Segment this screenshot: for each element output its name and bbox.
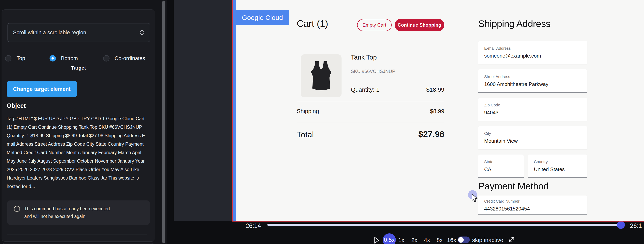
radio-top-circle[interactable] [5,55,12,61]
empty-cart-button[interactable]: Empty Cart [357,19,392,31]
timeline-knob[interactable] [617,222,625,229]
tank-top-image [306,59,336,92]
command-type-select[interactable]: Scroll within a scrollable region [8,23,150,42]
current-time: 26:14 [246,222,261,230]
command-executed-notice: i This command has already been executed… [7,201,150,225]
city-value: Mountain View [484,138,518,144]
radio-coordinates-label: Co-ordinates [115,55,145,61]
target-section-label: Target [71,65,86,71]
product-name: Tank Top [351,54,377,61]
street-label: Street Address [484,74,510,79]
state-label: State [484,160,494,164]
info-icon: i [14,206,20,212]
radio-top[interactable]: Top [5,55,25,61]
mouse-cursor-icon [471,194,480,203]
radio-bottom-label: Bottom [61,55,78,61]
payment-method-heading: Payment Method [478,181,548,192]
street-address-field[interactable]: Street Address 1600 Amphitheatre Parkway [478,69,587,93]
zip-value: 94043 [484,110,498,116]
email-field[interactable]: E-mail Address someone@example.com [478,41,587,64]
email-label: E-mail Address [484,46,511,51]
object-heading: Object [7,102,26,109]
speed-8x-button[interactable]: 8x [436,237,444,244]
speed-16x-button[interactable]: 16x [446,237,457,244]
notice-line-2: and will not be executed again. [24,214,86,219]
radio-bottom[interactable]: Bottom [50,55,78,61]
country-value: United States [534,166,565,173]
street-value: 1600 Amphitheatre Parkway [484,81,548,87]
end-time: 26:1 [630,222,642,230]
cart-divider [297,102,444,102]
target-section-divider: Target [7,65,150,71]
replay-player-bar: 26:14 26:1 0.5x 1x 2x 4x 8x 16x skip ina… [167,222,644,244]
radio-bottom-circle[interactable] [50,55,56,61]
change-target-button[interactable]: Change target element [7,81,77,97]
cart-title: Cart (1) [297,18,328,29]
object-description: Tag="HTML" $ EUR USD JPY GBP TRY CAD 1 G… [7,115,151,191]
radio-coordinates-circle[interactable] [103,55,110,61]
product-image [301,54,342,97]
command-sidebar: Scroll within a scrollable region Top Bo… [0,0,167,244]
select-updown-icon [140,29,144,36]
command-card: Scroll within a scrollable region Top Bo… [2,9,155,242]
webpage-viewport: Google Cloud Cart (1) Empty Cart Continu… [236,0,644,221]
brand-badge: Google Cloud [236,10,289,25]
country-label: Country [534,160,548,164]
product-sku: SKU #66VCHSJNUP [351,69,395,74]
city-field[interactable]: City Mountain View [478,126,587,149]
shipping-address-heading: Shipping Address [478,18,550,29]
sidebar-divider [7,235,147,235]
skip-inactive-label[interactable]: skip inactive [472,237,503,244]
stage-backdrop [174,0,232,221]
country-field[interactable]: Country United States [528,155,587,178]
cart-divider [297,123,444,123]
radio-coordinates[interactable]: Co-ordinates [103,55,145,61]
speed-2x-button[interactable]: 2x [410,237,418,244]
scroll-target-highlight-bar [233,0,236,221]
credit-card-label: Credit Card Number [484,199,520,204]
radio-top-label: Top [16,55,25,61]
product-quantity: Quantity: 1 [351,86,380,93]
zip-label: Zip Code [484,103,500,107]
cart-divider [297,40,444,40]
zip-code-field[interactable]: Zip Code 94043 [478,98,587,121]
speed-4x-button[interactable]: 4x [423,237,431,244]
credit-card-value: 4432801561520454 [484,206,530,212]
divider-line [7,68,65,68]
sidebar-scrollbar[interactable] [162,0,166,244]
notice-text: This command has already been executed a… [24,205,110,220]
product-price: $18.99 [426,86,444,93]
timeline-scrubber[interactable] [267,224,621,226]
speed-0.5x-button[interactable]: 0.5x [383,233,396,244]
state-field[interactable]: State CA [478,155,524,178]
email-value: someone@example.com [484,53,541,59]
divider-line [92,68,150,68]
state-value: CA [484,166,491,173]
skip-inactive-toggle[interactable] [458,237,470,243]
replay-stage: Google Cloud Cart (1) Empty Cart Continu… [167,0,644,244]
play-icon[interactable] [374,237,380,244]
city-label: City [484,131,491,136]
shipping-label: Shipping [297,108,319,115]
scroll-position-radios: Top Bottom Co-ordinates [2,55,155,62]
total-label: Total [297,130,314,139]
continue-shopping-button[interactable]: Continue Shopping [394,19,444,31]
credit-card-number-field[interactable]: Credit Card Number 4432801561520454 [478,196,587,215]
speed-1x-button[interactable]: 1x [397,237,405,244]
shipping-value: $8.99 [430,108,444,115]
total-value: $27.98 [418,129,444,139]
notice-line-1: This command has already been executed [24,206,110,211]
fullscreen-icon[interactable] [507,235,516,244]
command-type-value: Scroll within a scrollable region [13,29,86,36]
next-command-card [2,243,155,244]
